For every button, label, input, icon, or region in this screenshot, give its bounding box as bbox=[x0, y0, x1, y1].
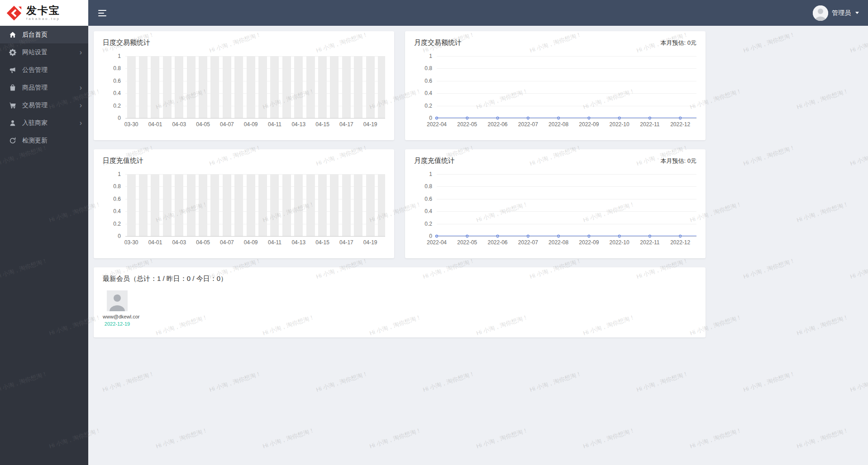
sidebar-item-site-settings[interactable]: 网站设置› bbox=[0, 43, 88, 61]
x-axis-tick-label: 04-09 bbox=[244, 121, 258, 128]
chevron-right-icon: › bbox=[80, 119, 82, 127]
y-axis-tick-label: 0.2 bbox=[103, 103, 121, 109]
month-estimate-badge: 本月预估: 0元 bbox=[661, 39, 696, 47]
merchant-icon bbox=[9, 119, 16, 127]
daily-transaction-card: 日度交易额统计 00.20.40.60.8103-3004-0104-0304-… bbox=[94, 31, 394, 140]
chevron-right-icon: › bbox=[80, 49, 82, 56]
bar bbox=[294, 174, 303, 236]
bar bbox=[270, 56, 279, 118]
bar bbox=[247, 174, 255, 236]
member-name: www@dkewl.cor bbox=[103, 314, 132, 319]
bar bbox=[258, 174, 267, 236]
y-axis-tick-label: 0 bbox=[103, 115, 121, 121]
user-name: 管理员 bbox=[832, 9, 851, 17]
sidebar-item-label: 交易管理 bbox=[22, 101, 48, 109]
chevron-right-icon: › bbox=[80, 102, 82, 109]
topbar: 管理员 bbox=[88, 0, 868, 26]
daily-recharge-card: 日度充值统计 00.20.40.60.8103-3004-0104-0304-0… bbox=[94, 149, 394, 258]
monthly-transaction-chart: 00.20.40.60.812022-042022-052022-062022-… bbox=[414, 51, 696, 130]
bar bbox=[330, 56, 339, 118]
bar bbox=[139, 174, 148, 236]
x-axis-tick-label: 03-30 bbox=[124, 239, 138, 246]
x-axis-tick-label: 04-13 bbox=[291, 121, 305, 128]
sidebar-item-merchant[interactable]: 入驻商家› bbox=[0, 114, 88, 132]
x-axis-tick-label: 04-03 bbox=[172, 121, 186, 128]
bar bbox=[258, 56, 267, 118]
bar bbox=[163, 174, 172, 236]
bar bbox=[318, 56, 327, 118]
bar bbox=[378, 56, 385, 118]
bar bbox=[210, 56, 219, 118]
bar bbox=[294, 56, 303, 118]
bar bbox=[234, 56, 243, 118]
sidebar-item-home[interactable]: 后台首页 bbox=[0, 26, 88, 43]
bar bbox=[318, 174, 327, 236]
y-axis-tick-label: 0.4 bbox=[103, 208, 121, 214]
menu-toggle-icon[interactable] bbox=[98, 10, 106, 16]
bar bbox=[223, 56, 231, 118]
app-logo[interactable]: 发卡宝 fakabao.top bbox=[0, 0, 88, 26]
logo-title: 发卡宝 bbox=[26, 5, 60, 16]
bar bbox=[199, 174, 207, 236]
sidebar: 发卡宝 fakabao.top 后台首页网站设置›公告管理商品管理›交易管理›入… bbox=[0, 0, 88, 465]
x-axis-tick-label: 04-11 bbox=[268, 121, 281, 128]
bar bbox=[306, 174, 315, 236]
member-join-date[interactable]: 2022-12-19 bbox=[103, 321, 132, 327]
monthly-recharge-chart: 00.20.40.60.812022-042022-052022-062022-… bbox=[414, 169, 696, 248]
x-axis-tick-label: 04-01 bbox=[148, 239, 162, 246]
y-axis-tick-label: 1 bbox=[103, 53, 121, 59]
y-axis-tick-label: 0.8 bbox=[103, 183, 121, 190]
y-axis-tick-label: 0.2 bbox=[103, 221, 121, 227]
x-axis-line bbox=[437, 236, 696, 237]
x-axis-tick-label: 04-17 bbox=[339, 121, 353, 128]
x-axis-line bbox=[437, 118, 696, 119]
x-axis-line bbox=[125, 118, 385, 119]
x-axis-tick-label: 04-19 bbox=[363, 121, 377, 128]
sidebar-item-announcement[interactable]: 公告管理 bbox=[0, 61, 88, 79]
bar bbox=[163, 56, 172, 118]
member-avatar bbox=[107, 290, 128, 311]
bar bbox=[366, 56, 375, 118]
member-item[interactable]: www@dkewl.cor 2022-12-19 bbox=[103, 290, 132, 327]
sidebar-nav: 后台首页网站设置›公告管理商品管理›交易管理›入驻商家›检测更新 bbox=[0, 26, 88, 149]
main-content: 日度交易额统计 00.20.40.60.8103-3004-0104-0304-… bbox=[88, 26, 868, 465]
logo-subtitle: fakabao.top bbox=[26, 17, 60, 21]
sidebar-item-label: 检测更新 bbox=[22, 137, 48, 145]
bar bbox=[330, 174, 339, 236]
x-axis-tick-label: 03-30 bbox=[124, 121, 138, 128]
bar bbox=[354, 174, 362, 236]
sidebar-item-label: 商品管理 bbox=[22, 84, 48, 92]
y-axis-tick-label: 0 bbox=[103, 233, 121, 239]
bar bbox=[151, 56, 159, 118]
chart-title: 日度交易额统计 bbox=[103, 38, 150, 47]
daily-recharge-chart: 00.20.40.60.8103-3004-0104-0304-0504-070… bbox=[103, 169, 385, 248]
bar bbox=[366, 174, 375, 236]
x-axis-tick-label: 04-05 bbox=[196, 121, 210, 128]
bar bbox=[139, 56, 148, 118]
home-icon bbox=[9, 31, 16, 38]
sidebar-item-update-check[interactable]: 检测更新 bbox=[0, 132, 88, 149]
sidebar-item-goods[interactable]: 商品管理› bbox=[0, 79, 88, 96]
chart-title: 日度充值统计 bbox=[103, 157, 143, 165]
sidebar-item-label: 后台首页 bbox=[22, 31, 48, 39]
bar bbox=[378, 174, 385, 236]
user-menu[interactable]: 管理员 bbox=[813, 5, 859, 21]
gear-icon bbox=[9, 49, 16, 56]
dashboard-grid: 日度交易额统计 00.20.40.60.8103-3004-0104-0304-… bbox=[94, 31, 863, 337]
bar bbox=[127, 174, 136, 236]
refresh-icon bbox=[9, 137, 16, 144]
bar bbox=[354, 56, 362, 118]
x-axis-tick-label: 04-03 bbox=[172, 239, 186, 246]
bar bbox=[306, 56, 315, 118]
logo-text: 发卡宝 fakabao.top bbox=[26, 5, 60, 21]
sidebar-item-label: 公告管理 bbox=[22, 66, 48, 74]
cart-icon bbox=[9, 102, 16, 109]
x-axis-line bbox=[125, 236, 385, 237]
bar bbox=[282, 174, 291, 236]
sidebar-item-label: 入驻商家 bbox=[22, 119, 48, 127]
caret-down-icon bbox=[855, 12, 859, 14]
sidebar-item-trade[interactable]: 交易管理› bbox=[0, 96, 88, 114]
user-avatar bbox=[813, 5, 828, 21]
x-axis-tick-label: 04-07 bbox=[220, 239, 234, 246]
monthly-recharge-card: 月度充值统计 本月预估: 0元 00.20.40.60.812022-04202… bbox=[405, 149, 706, 258]
